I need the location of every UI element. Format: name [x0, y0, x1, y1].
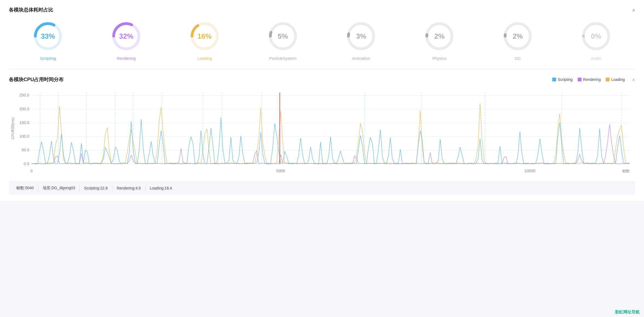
pie-label-audio: Audio	[591, 56, 601, 61]
pie-item-particlesystem: 5% ParticleSystem	[244, 20, 322, 61]
pie-item-animation: 3% Animation	[322, 20, 400, 61]
svg-text:50.0: 50.0	[22, 148, 29, 152]
divider	[9, 69, 635, 70]
donut-center-gc: 2%	[513, 32, 523, 41]
section1-title: 各模块总体耗时占比	[9, 7, 53, 13]
donut-physics: 2%	[423, 20, 456, 53]
legend-label-scripting: Scripting	[558, 77, 573, 82]
section2-collapse-icon[interactable]: ∧	[632, 77, 635, 82]
status-bar: 帧数:5040 场景:DG_digong03 Scripting:22.8 Re…	[9, 182, 635, 194]
pie-item-scripting: 33% Scripting	[9, 20, 87, 61]
donut-center-animation: 3%	[356, 32, 367, 41]
legend-dot-rendering	[578, 78, 582, 81]
svg-text:0: 0	[30, 169, 33, 173]
section2-title: 各模块CPU占用时间分布	[9, 76, 64, 83]
pie-label-particlesystem: ParticleSystem	[269, 56, 297, 61]
svg-text:5000: 5000	[276, 169, 285, 173]
pie-label-animation: Animation	[352, 56, 370, 61]
status-scripting: Scripting:22.8	[80, 185, 112, 191]
pie-item-audio: 0% Audio	[557, 20, 635, 61]
donut-audio: 0%	[580, 20, 612, 53]
legend-dot-scripting	[552, 78, 556, 81]
pie-item-physics: 2% Physics	[400, 20, 479, 61]
cpu-chart: 0.050.0100.0150.0200.0250.0CPU时间(ms)0500…	[9, 87, 635, 175]
pie-item-loading: 16% Loading	[165, 20, 244, 61]
svg-text:100.0: 100.0	[19, 134, 29, 138]
main-container: 各模块总体耗时占比 ∧ 33% Scripting 32% Rendering	[0, 0, 644, 201]
status-scene: 场景:DG_digong03	[38, 185, 80, 192]
svg-text:0.0: 0.0	[24, 162, 29, 166]
legend-item-loading: Loading	[606, 77, 625, 82]
donut-center-rendering: 32%	[119, 32, 133, 41]
status-rendering: Rendering:4.5	[112, 185, 145, 191]
pie-label-rendering: Rendering	[117, 56, 136, 61]
pie-row: 33% Scripting 32% Rendering 16% Loading	[9, 20, 635, 61]
donut-center-scripting: 33%	[41, 32, 55, 41]
pie-item-rendering: 32% Rendering	[87, 20, 165, 61]
section2-header: 各模块CPU占用时间分布 Scripting Rendering Loading…	[9, 76, 635, 83]
legend-label-rendering: Rendering	[583, 77, 601, 82]
pie-label-scripting: Scripting	[40, 56, 56, 61]
legend-item-rendering: Rendering	[578, 77, 601, 82]
svg-text:250.0: 250.0	[19, 93, 29, 97]
chart-area: 0.050.0100.0150.0200.0250.0CPU时间(ms)0500…	[9, 87, 635, 175]
status-loading: Loading:18.4	[145, 185, 176, 191]
donut-loading: 16%	[188, 20, 221, 53]
donut-rendering: 32%	[110, 20, 143, 53]
svg-text:200.0: 200.0	[19, 107, 29, 111]
donut-scripting: 33%	[32, 20, 64, 53]
donut-animation: 3%	[345, 20, 377, 53]
brand[interactable]: 彩虹网址导航	[615, 310, 640, 315]
legend-item-scripting: Scripting	[552, 77, 573, 82]
legend-row: Scripting Rendering Loading ∧	[552, 77, 635, 82]
section1-header: 各模块总体耗时占比 ∧	[9, 7, 635, 13]
pie-label-gc: GC	[515, 56, 521, 61]
status-frame: 帧数:5040	[14, 185, 38, 192]
pie-item-gc: 2% GC	[479, 20, 557, 61]
legend-dot-loading	[606, 78, 609, 81]
donut-center-audio: 0%	[591, 32, 601, 41]
donut-particlesystem: 5%	[267, 20, 299, 53]
donut-center-physics: 2%	[434, 32, 445, 41]
svg-text:CPU时间(ms): CPU时间(ms)	[10, 118, 15, 139]
svg-text:10000: 10000	[524, 169, 535, 173]
donut-gc: 2%	[501, 20, 534, 53]
section1-collapse-icon[interactable]: ∧	[632, 7, 635, 13]
svg-text:帧数: 帧数	[622, 169, 629, 173]
pie-label-physics: Physics	[432, 56, 446, 61]
pie-label-loading: Loading	[197, 56, 212, 61]
svg-text:150.0: 150.0	[19, 120, 29, 125]
legend-label-loading: Loading	[611, 77, 625, 82]
donut-center-particlesystem: 5%	[278, 32, 288, 41]
donut-center-loading: 16%	[198, 32, 212, 41]
